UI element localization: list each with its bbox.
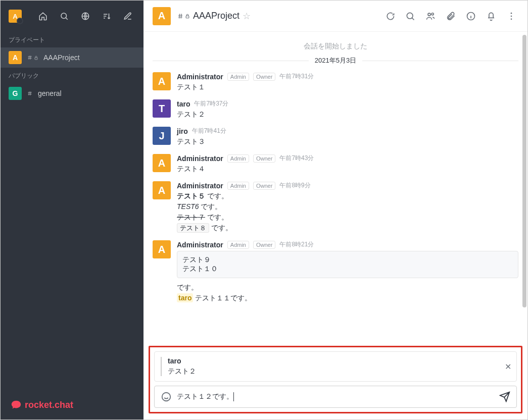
message-username[interactable]: taro — [177, 100, 190, 108]
svg-point-6 — [431, 13, 434, 15]
scrollbar[interactable] — [521, 32, 527, 419]
message-text: テスト４ — [177, 164, 518, 174]
role-badge: Owner — [253, 182, 275, 190]
quote-author: taro — [168, 357, 196, 365]
message-text: テスト７ です。 — [177, 212, 518, 223]
message[interactable]: AAdministratorAdminOwner午前7時43分テスト４ — [153, 154, 518, 174]
send-icon[interactable] — [499, 391, 510, 402]
role-badge: Admin — [227, 154, 249, 163]
room-name: AAAProject — [193, 11, 239, 21]
message-time: 午前8時21分 — [279, 240, 314, 249]
search-icon[interactable] — [57, 9, 72, 24]
directory-icon[interactable] — [78, 9, 93, 24]
message-avatar[interactable]: A — [153, 240, 171, 258]
message-avatar[interactable]: A — [153, 154, 171, 172]
thread-icon[interactable] — [383, 9, 397, 23]
room-header: A AAAProject ☆ — [143, 1, 527, 32]
room-title[interactable]: AAAProject ☆ — [177, 11, 251, 22]
message-avatar[interactable]: T — [153, 99, 171, 118]
role-badge: Admin — [227, 73, 249, 81]
svg-point-10 — [511, 18, 512, 20]
message-text: テスト３ — [177, 136, 518, 147]
svg-rect-2 — [35, 58, 37, 60]
message-list: 会話を開始しました 2021年5月3日 AAdministratorAdminO… — [143, 32, 527, 342]
app-root: A プライベート A AAAProject パブリック G ge — [0, 0, 528, 420]
message[interactable]: AAdministratorAdminOwner午前8時21分テスト９ テスト１… — [153, 240, 518, 303]
message-avatar[interactable]: A — [153, 181, 171, 199]
message-text: TEST6 です。 — [177, 201, 518, 212]
sidebar: A プライベート A AAAProject パブリック G ge — [1, 1, 143, 419]
section-public: パブリック — [1, 68, 143, 83]
message-time: 午前8時9分 — [279, 181, 310, 190]
attach-icon[interactable] — [444, 9, 458, 23]
channel-general[interactable]: G general — [1, 83, 143, 103]
message[interactable]: Jjiro午前7時41分テスト３ — [153, 127, 518, 147]
message-username[interactable]: jiro — [177, 127, 188, 135]
svg-point-8 — [511, 12, 512, 14]
sidebar-toolbar — [35, 9, 135, 24]
role-badge: Admin — [227, 182, 249, 190]
message-text: テスト８ です。 — [177, 223, 518, 233]
home-icon[interactable] — [35, 9, 51, 24]
create-icon[interactable] — [120, 9, 135, 24]
message-text: taro テスト１１です。 — [177, 293, 518, 303]
hash-lock-icon — [27, 55, 38, 61]
conversation-start: 会話を開始しました — [153, 42, 518, 51]
search-icon[interactable] — [403, 9, 417, 23]
channel-name: general — [38, 89, 62, 97]
mention[interactable]: taro — [177, 293, 193, 302]
quote-preview: taro テスト２ ✕ — [154, 351, 517, 382]
message-text: テスト１ — [177, 82, 518, 92]
message-username[interactable]: Administrator — [177, 154, 223, 163]
message-time: 午前7時43分 — [279, 154, 314, 163]
channel-name: AAAProject — [43, 54, 80, 62]
bell-icon[interactable] — [484, 9, 498, 23]
role-badge: Admin — [227, 241, 249, 249]
role-badge: Owner — [253, 73, 275, 81]
channel-avatar: A — [9, 51, 22, 64]
message-avatar[interactable]: A — [153, 72, 171, 90]
room-actions — [383, 9, 518, 23]
message[interactable]: AAdministratorAdminOwner午前7時31分テスト１ — [153, 72, 518, 92]
svg-rect-3 — [186, 16, 189, 18]
svg-point-0 — [61, 13, 67, 19]
message-time: 午前7時31分 — [279, 72, 314, 81]
section-private: プライベート — [1, 32, 143, 47]
message-username[interactable]: Administrator — [177, 182, 223, 190]
svg-point-4 — [407, 13, 413, 19]
message-input[interactable]: テスト１２です。 — [177, 392, 494, 401]
members-icon[interactable] — [423, 9, 438, 23]
message-username[interactable]: Administrator — [177, 241, 223, 249]
close-icon[interactable]: ✕ — [505, 362, 511, 372]
message-text: です。 — [177, 282, 518, 293]
message-username[interactable]: Administrator — [177, 73, 223, 81]
channel-avatar: G — [9, 87, 22, 100]
svg-point-9 — [511, 15, 512, 17]
svg-point-5 — [428, 13, 430, 16]
role-badge: Owner — [253, 154, 275, 163]
sort-icon[interactable] — [99, 9, 114, 24]
room-avatar[interactable]: A — [153, 7, 171, 25]
message[interactable]: AAdministratorAdminOwner午前8時9分テスト５ です。TE… — [153, 181, 518, 233]
role-badge: Owner — [253, 241, 275, 249]
message-avatar[interactable]: J — [153, 127, 171, 145]
quote-text: テスト２ — [168, 367, 196, 376]
message-text: テスト２ — [177, 109, 518, 120]
date-divider: 2021年5月3日 — [153, 56, 518, 65]
channel-aaaproject[interactable]: A AAAProject — [1, 47, 143, 68]
hash-lock-icon — [177, 13, 190, 20]
brand-logo: rocket.chat — [11, 399, 73, 410]
message-time: 午前7時41分 — [192, 127, 226, 135]
svg-point-11 — [162, 393, 171, 401]
composer-highlight: taro テスト２ ✕ テスト１２です。 — [149, 346, 522, 413]
info-icon[interactable] — [464, 9, 478, 23]
emoji-icon[interactable] — [161, 391, 172, 402]
message-text: テスト５ です。 — [177, 191, 518, 201]
hash-icon — [27, 90, 33, 96]
message-input-row: テスト１２です。 — [154, 386, 517, 408]
user-avatar[interactable]: A — [9, 10, 22, 23]
star-icon[interactable]: ☆ — [243, 11, 251, 22]
kebab-icon[interactable] — [504, 9, 518, 23]
message[interactable]: Ttaro午前7時37分テスト２ — [153, 99, 518, 120]
sidebar-header: A — [1, 1, 143, 32]
